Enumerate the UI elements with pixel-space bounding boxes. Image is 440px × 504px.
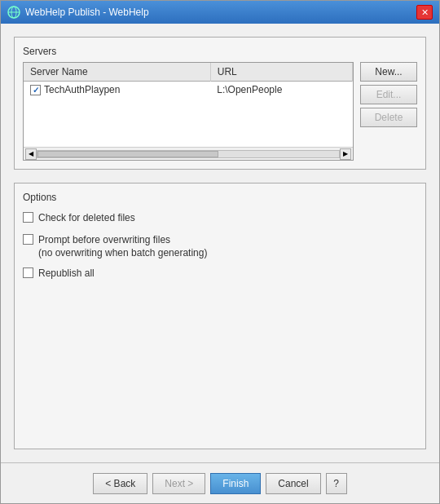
finish-button[interactable]: Finish <box>210 473 261 494</box>
dialog-content: Servers Server Name URL <box>1 24 439 462</box>
window-title: WebHelp Publish - WebHelp <box>25 7 416 18</box>
option-overwrite-checkbox[interactable] <box>23 234 33 245</box>
servers-label: Servers <box>23 46 417 57</box>
servers-layout: Server Name URL TechAuthPlaypen <box>23 62 417 161</box>
option-republish: Republish all <box>23 267 417 281</box>
dialog-footer: < Back Next > Finish Cancel ? <box>1 462 439 503</box>
table-row[interactable]: TechAuthPlaypen L:\OpenPeople <box>24 82 353 99</box>
scrollbar-thumb <box>37 151 218 157</box>
cancel-button[interactable]: Cancel <box>266 473 320 494</box>
option-overwrite: Prompt before overwriting files (no over… <box>23 233 417 259</box>
server-url: L:\OpenPeople <box>210 82 352 99</box>
servers-table-container: Server Name URL TechAuthPlaypen <box>23 62 354 161</box>
server-name-cell: TechAuthPlaypen <box>24 82 210 99</box>
col-url: URL <box>210 63 352 82</box>
col-server-name: Server Name <box>24 63 210 82</box>
option-overwrite-label: Prompt before overwriting files <box>38 233 207 247</box>
option-republish-label: Republish all <box>38 267 95 281</box>
option-deleted-label: Check for deleted files <box>38 211 135 225</box>
option-republish-checkbox[interactable] <box>23 267 33 278</box>
window-icon <box>7 6 20 19</box>
close-button[interactable]: ✕ <box>416 5 433 20</box>
edit-server-button[interactable]: Edit... <box>360 85 417 104</box>
new-server-button[interactable]: New... <box>360 62 417 82</box>
option-deleted-files: Check for deleted files <box>23 211 417 225</box>
scroll-left[interactable]: ◀ <box>25 148 37 160</box>
option-overwrite-sublabel: (no overwriting when batch generating) <box>38 247 207 259</box>
scrollbar-track[interactable] <box>37 150 340 158</box>
server-action-buttons: New... Edit... Delete <box>360 62 417 161</box>
title-bar: WebHelp Publish - WebHelp ✕ <box>1 1 439 24</box>
main-window: WebHelp Publish - WebHelp ✕ Servers Serv… <box>0 0 440 504</box>
servers-group: Servers Server Name URL <box>14 37 426 170</box>
next-button[interactable]: Next > <box>152 473 205 494</box>
back-button[interactable]: < Back <box>93 473 147 494</box>
scrollbar-area: ◀ ▶ <box>24 147 353 160</box>
server-checkbox[interactable] <box>30 85 41 95</box>
options-group: Options Check for deleted files Prompt b… <box>14 183 426 449</box>
delete-server-button[interactable]: Delete <box>360 108 417 127</box>
servers-table: Server Name URL TechAuthPlaypen <box>24 63 353 98</box>
option-deleted-checkbox[interactable] <box>23 212 33 223</box>
server-name: TechAuthPlaypen <box>44 84 120 95</box>
options-label: Options <box>23 192 417 203</box>
scroll-right[interactable]: ▶ <box>340 148 351 160</box>
help-button[interactable]: ? <box>326 473 347 494</box>
